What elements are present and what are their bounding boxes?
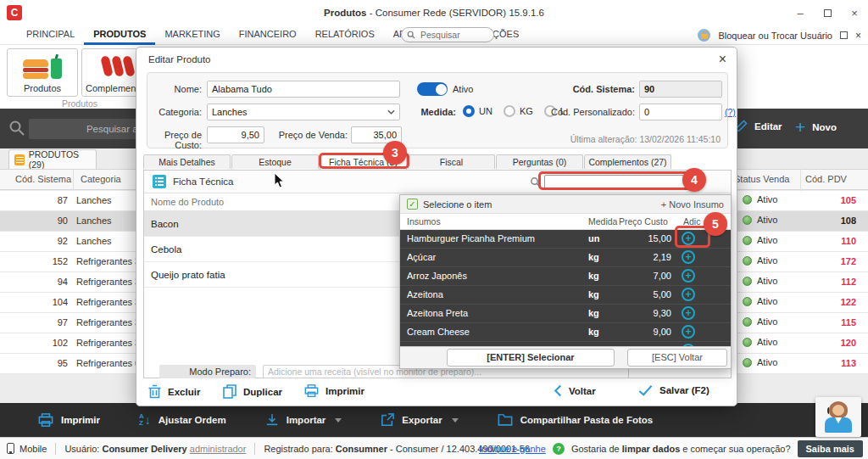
menu-search-input[interactable] [419,29,487,41]
restore-button[interactable] [840,31,848,39]
tab-produtos-list[interactable]: PRODUTOS (29) [8,149,97,169]
status-dot-icon [743,358,752,367]
ajustar-ordem-button[interactable]: AZ↓ Ajustar Ordem [139,413,226,427]
tab-estoque[interactable]: Estoque [231,154,319,169]
cell-pdv: 112 [800,277,856,287]
voltar-button[interactable]: Voltar [554,384,596,397]
importar-button[interactable]: Importar [265,413,342,427]
saiba-mais-button[interactable]: Saiba mais [798,440,863,457]
col-cod-sistema[interactable]: Cód. Sistema [15,174,71,184]
menu-search-box[interactable] [401,27,494,42]
close-tab-button[interactable]: × [855,30,861,42]
radio-un-label: UN [479,106,492,116]
excluir-label: Excluir [168,387,200,397]
app-window: C Produtos - Consumer Rede (SERVIDOR) 15… [0,0,868,459]
esc-voltar-button[interactable]: [ESC] Voltar [627,349,727,367]
novo-insumo-link[interactable]: + Novo Insumo [661,199,724,210]
printer-icon [38,413,53,428]
maximize-button[interactable] [814,0,841,25]
indique-ganhe-link[interactable]: Indique e ganhe [479,444,546,454]
lock-switch-user-button[interactable]: Bloquear ou Trocar Usuário [718,31,832,41]
cell-pdv: 122 [800,297,856,307]
tab-mais-detalhes[interactable]: Mais Detalhes [143,154,231,169]
preco-custo-input[interactable] [207,126,264,143]
insumo-row[interactable]: Azeitonakg5,00+ [400,286,731,305]
imprimir-label: Imprimir [326,386,364,396]
radio-un[interactable] [463,105,475,117]
product-form: Nome: Ativo Cód. Sistema: Categoria: Lan… [147,72,728,148]
duplicar-label: Duplicar [243,387,282,397]
cell-cod: 87 [0,195,68,205]
close-button[interactable]: × [841,0,868,25]
annotation-box-4 [538,171,694,190]
salvar-label: Salvar (F2) [659,385,709,395]
exportar-button[interactable]: Exportar [381,413,458,427]
add-insumo-button[interactable]: + [682,269,695,283]
excluir-button[interactable]: Excluir [148,384,200,399]
dialog-close-button[interactable]: × [719,52,726,67]
add-insumo-button[interactable]: + [682,306,695,320]
window-title-product: Produtos [324,8,366,18]
cell-status: Ativo [743,296,777,306]
menu-marketing[interactable]: MARKETING [155,25,229,45]
compartilhar-pasta-button[interactable]: Compartilhar Pasta de Fotos [498,413,654,427]
editar-button[interactable]: Editar [734,120,782,133]
support-avatar[interactable] [815,397,861,437]
menu-principal[interactable]: PRINCIPAL [17,25,84,45]
cell-status: Ativo [743,337,777,347]
tab-complementos[interactable]: Complementos (27) [584,154,671,169]
help-link[interactable]: (?) [725,107,736,117]
cod-personalizado-label: Cód. Personalizado: [512,107,635,117]
duplicar-button[interactable]: Duplicar [223,384,282,399]
insumo-row[interactable]: Açúcarkg2,19+ [400,249,731,267]
add-insumo-button[interactable]: + [682,250,695,264]
bottom-toolbar: Imprimir AZ↓ Ajustar Ordem Importar Expo… [0,403,868,437]
col-categoria[interactable]: Categoria [81,174,121,184]
insumo-row[interactable]: Cream Cheesekg9,00+ [400,323,731,342]
col-status-venda[interactable]: Status Venda [734,174,789,184]
menu-financeiro[interactable]: FINANCEIRO [230,25,306,45]
enter-selecionar-button[interactable]: [ENTER] Selecionar [447,349,615,367]
export-icon [381,413,394,427]
tab-perguntas[interactable]: Perguntas (0) [496,154,583,169]
add-insumo-button[interactable]: + [682,325,695,339]
separator [254,443,255,455]
insumo-row[interactable]: Arroz Japonêskg7,00+ [400,267,731,286]
novo-button[interactable]: + Novo [795,120,837,135]
cell-cod: 94 [0,277,68,287]
cell-status: Ativo [743,255,777,266]
menu-list-icon [14,154,25,165]
salvar-button[interactable]: Salvar (F2) [638,384,709,396]
mobile-button[interactable]: Mobile [7,443,47,454]
imprimir-toolbar-button[interactable]: Imprimir [38,413,100,428]
status-dot-icon [743,297,752,306]
menu-produtos[interactable]: PRODUTOS [84,25,155,45]
ativo-toggle[interactable] [417,82,448,96]
add-insumo-button[interactable]: + [682,288,695,301]
ribbon-produtos-button[interactable]: Produtos [7,48,78,97]
nome-input[interactable] [207,81,400,98]
status-dot-icon [743,236,752,245]
editar-produto-dialog: Editar Produto × Nome: Ativo Cód. Sistem… [136,47,737,406]
importar-label: Importar [287,415,326,425]
minimize-button[interactable]: – [787,0,814,25]
editar-label: Editar [754,121,782,132]
compartilhar-label: Compartilhar Pasta de Fotos [520,415,654,425]
insumo-row[interactable]: Azeitona Pretakg9,30+ [400,305,731,323]
imprimir-dialog-button[interactable]: Imprimir [304,384,364,398]
tab-fiscal[interactable]: Fiscal [408,154,495,169]
status-dot-icon [743,256,752,266]
menu-relatorios[interactable]: RELATÓRIOS [306,25,384,45]
cod-personalizado-input[interactable] [639,104,722,120]
ativo-label: Ativo [453,84,473,94]
status-dot-icon [743,317,752,327]
maximize-icon [824,9,832,17]
categoria-select[interactable]: Lanches [207,104,400,120]
folder-icon [498,413,513,427]
annotation-step-5: 5 [704,212,727,236]
mobile-label: Mobile [19,444,47,454]
col-cod-pdv[interactable]: Cód. PDV [805,174,847,184]
dropdown-footer: [ENTER] Selecionar [ESC] Voltar [400,346,731,368]
user-role-link[interactable]: administrador [190,444,247,454]
cell-pdv: 120 [800,338,856,348]
